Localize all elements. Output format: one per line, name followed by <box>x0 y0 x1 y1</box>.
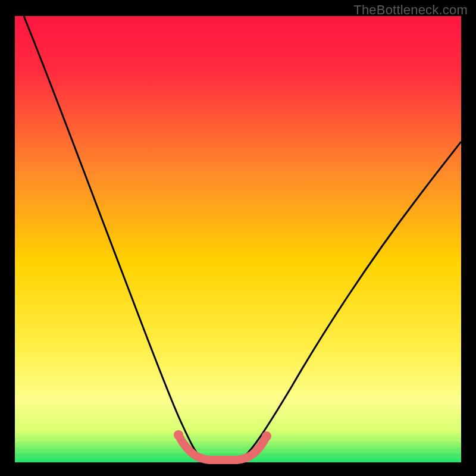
highlight-dot-right <box>262 431 271 441</box>
svg-rect-0 <box>15 439 461 441</box>
chart-frame: TheBottleneck.com <box>0 0 476 476</box>
bottleneck-chart <box>0 0 476 476</box>
svg-rect-2 <box>15 449 461 451</box>
svg-rect-1 <box>15 444 461 446</box>
plot-area <box>15 16 461 462</box>
highlight-dot-left <box>174 430 183 440</box>
watermark-text: TheBottleneck.com <box>353 2 468 18</box>
